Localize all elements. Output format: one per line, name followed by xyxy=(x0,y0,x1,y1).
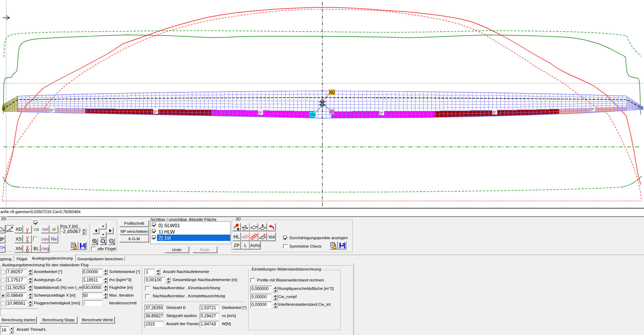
svg-text:XD: XD xyxy=(329,90,335,95)
svg-text:0°: 0° xyxy=(493,110,496,114)
svg-text:0°: 0° xyxy=(50,108,54,112)
svg-text:0°: 0° xyxy=(154,110,157,114)
svg-text:XN: XN xyxy=(310,112,315,117)
svg-text:0°: 0° xyxy=(590,107,594,111)
svg-text:XS: XS xyxy=(329,110,335,114)
svg-text:0°: 0° xyxy=(258,111,262,115)
svg-text:0°: 0° xyxy=(380,111,383,115)
svg-text:1:1: 1:1 xyxy=(101,240,105,242)
svg-text:α: α xyxy=(244,223,246,228)
